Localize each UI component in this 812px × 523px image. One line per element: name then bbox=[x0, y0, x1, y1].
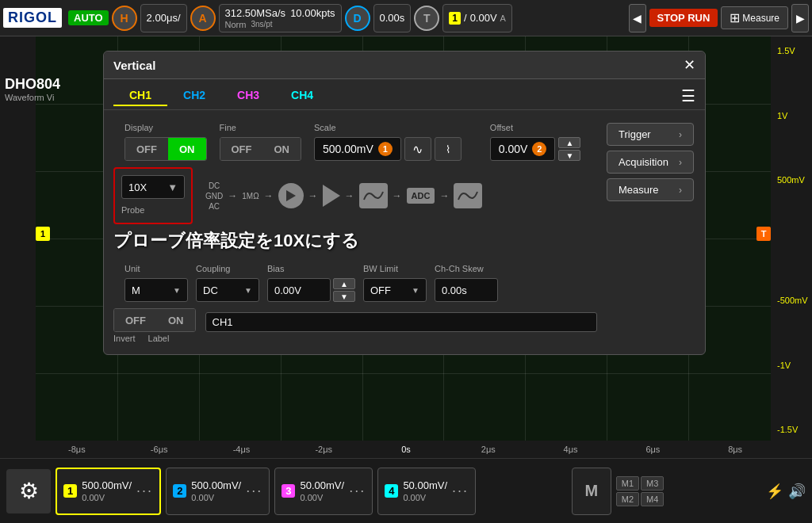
wave1-btn[interactable]: ∿ bbox=[404, 137, 431, 161]
offset-badge: 2 bbox=[532, 142, 546, 156]
rigol-logo: RIGOL bbox=[3, 8, 62, 28]
ch3-offset: 0.00V bbox=[300, 493, 344, 502]
acquire-btn[interactable]: A bbox=[190, 6, 216, 31]
coupling-label: Coupling bbox=[196, 264, 259, 273]
invert-group: OFF ON bbox=[113, 308, 196, 332]
dho-label: DHO804 Waveform Vi bbox=[5, 76, 60, 102]
fine-group: Fine OFF ON bbox=[220, 123, 302, 161]
fine-on-btn[interactable]: ON bbox=[263, 138, 301, 160]
wave2-btn[interactable]: ⌇ bbox=[435, 137, 462, 161]
row4-labels: Invert Label bbox=[113, 332, 597, 345]
display-toggle[interactable]: OFF ON bbox=[124, 137, 207, 161]
coupling-select[interactable]: DC ▼ bbox=[196, 278, 259, 302]
bias-down-btn[interactable]: ▼ bbox=[333, 291, 355, 302]
trigger-segment[interactable]: 1 / 0.00V A bbox=[442, 4, 512, 32]
nav-left-btn[interactable]: ◀ bbox=[629, 4, 646, 32]
tab-ch1[interactable]: CH1 bbox=[113, 86, 167, 106]
horizontal-btn[interactable]: H bbox=[112, 6, 137, 31]
offset-ud-btns: ▲ ▼ bbox=[558, 137, 580, 161]
bias-input[interactable]: 0.00V bbox=[267, 278, 331, 302]
top-bar: RIGOL AUTO H 2.00μs/ A 312.50MSa/s 10.00… bbox=[0, 0, 812, 36]
ch2-bottom-btn[interactable]: 2 500.00mV/ 0.00V ··· bbox=[166, 468, 270, 515]
m3-btn[interactable]: M3 bbox=[641, 476, 664, 491]
measure-top-btn[interactable]: ⊞ Measure bbox=[721, 6, 788, 29]
acquisition-menu-btn[interactable]: Acquisition › bbox=[607, 151, 694, 174]
fine-toggle[interactable]: OFF ON bbox=[220, 137, 302, 161]
bwlimit-select[interactable]: OFF ▼ bbox=[363, 278, 427, 302]
nav-right-btn[interactable]: ▶ bbox=[791, 4, 809, 32]
scale-label: Scale bbox=[314, 123, 462, 132]
unit-select[interactable]: M ▼ bbox=[124, 278, 188, 302]
right-menu-btns: Trigger › Acquisition › Measure › bbox=[607, 116, 705, 345]
tab-ch3[interactable]: CH3 bbox=[221, 86, 275, 106]
time-6: 6μs bbox=[611, 445, 694, 454]
dialog-close-btn[interactable]: ✕ bbox=[684, 56, 695, 74]
mx-grid: M1 M3 M2 M4 bbox=[616, 471, 665, 511]
ch1-marker-left: 1 bbox=[36, 227, 50, 241]
ch-tabs: CH1 CH2 CH3 CH4 ☰ bbox=[104, 79, 705, 110]
ch4-vals: 50.00mV/ 0.00V bbox=[403, 479, 447, 502]
time-minus6: -6μs bbox=[118, 445, 201, 454]
delay-btn[interactable]: D bbox=[345, 6, 370, 31]
invert-bottom-label: Invert bbox=[113, 334, 136, 343]
trigger-ch: 1 bbox=[449, 12, 461, 25]
trigger-btn-top[interactable]: T bbox=[414, 6, 439, 31]
gear-btn[interactable]: ⚙ bbox=[6, 469, 51, 513]
model-sub: Waveform Vi bbox=[5, 93, 60, 102]
math-m-btn[interactable]: M bbox=[572, 468, 611, 515]
ch3-scale: 50.00mV/ bbox=[300, 479, 344, 491]
ch4-scale: 50.00mV/ bbox=[403, 479, 447, 491]
dialog-header: Vertical ✕ bbox=[104, 52, 705, 79]
skew-input[interactable]: 0.00s bbox=[435, 278, 498, 302]
scale-value-box[interactable]: 500.00mV 1 bbox=[314, 137, 401, 161]
ch4-num: 4 bbox=[385, 484, 398, 498]
ch1-bottom-btn[interactable]: 1 500.00mV/ 0.00V ··· bbox=[56, 468, 161, 515]
offset-value-box[interactable]: 0.00V 2 bbox=[490, 137, 556, 161]
scale-1.5v: 1.5V bbox=[777, 47, 808, 55]
offset-up-btn[interactable]: ▲ bbox=[558, 137, 580, 148]
trigger-ch-label: A bbox=[500, 13, 506, 23]
acquire-segment[interactable]: 312.50MSa/s 10.00kpts Norm 3ns/pt bbox=[219, 4, 342, 32]
ch4-dots: ··· bbox=[452, 483, 469, 499]
display-group: Display OFF ON bbox=[124, 123, 207, 161]
signal-chain: DC GND AC → 1MΩ → → bbox=[201, 181, 597, 211]
speaker-icon[interactable]: 🔊 bbox=[788, 483, 806, 500]
invert-on-btn[interactable]: ON bbox=[157, 309, 195, 331]
probe-select[interactable]: 10X ▼ bbox=[121, 175, 185, 199]
invert-toggle[interactable]: OFF ON bbox=[113, 308, 196, 332]
probe-label: Probe bbox=[121, 205, 185, 215]
tab-ch4[interactable]: CH4 bbox=[275, 86, 329, 106]
ch3-bottom-btn[interactable]: 3 50.00mV/ 0.00V ··· bbox=[274, 468, 373, 515]
bwlimit-label: BW Limit bbox=[363, 264, 427, 273]
usb-icon[interactable]: ⚡ bbox=[766, 483, 783, 500]
amplifier-triangle bbox=[323, 185, 340, 207]
bias-up-btn[interactable]: ▲ bbox=[333, 278, 355, 289]
ch3-num: 3 bbox=[282, 484, 295, 498]
m1-btn[interactable]: M1 bbox=[616, 476, 639, 491]
delay-segment[interactable]: 0.00s bbox=[373, 4, 412, 32]
measure-menu-btn[interactable]: Measure › bbox=[607, 178, 694, 201]
sample-rate: 312.50MSa/s bbox=[225, 7, 286, 19]
timebase-segment[interactable]: 2.00μs/ bbox=[140, 4, 187, 32]
m4-btn[interactable]: M4 bbox=[641, 492, 664, 506]
trigger-menu-btn[interactable]: Trigger › bbox=[607, 123, 694, 146]
offset-down-btn[interactable]: ▼ bbox=[558, 150, 580, 161]
stop-run-btn[interactable]: STOP RUN bbox=[649, 9, 718, 28]
fine-off-btn[interactable]: OFF bbox=[220, 138, 263, 160]
tab-ch2[interactable]: CH2 bbox=[167, 86, 221, 106]
mem-depth: 10.00kpts bbox=[290, 7, 335, 19]
bottom-bar: ⚙ 1 500.00mV/ 0.00V ··· 2 500.00mV/ 0.00… bbox=[0, 458, 812, 523]
timebase-value: 2.00μs/ bbox=[147, 12, 181, 24]
hamburger-btn[interactable]: ☰ bbox=[681, 86, 695, 106]
auto-badge[interactable]: AUTO bbox=[68, 10, 109, 25]
display-on-btn[interactable]: ON bbox=[168, 138, 206, 160]
label-input[interactable]: CH1 bbox=[205, 312, 598, 332]
ch2-dots: ··· bbox=[246, 483, 262, 499]
ch4-bottom-btn[interactable]: 4 50.00mV/ 0.00V ··· bbox=[377, 468, 476, 515]
bias-group: Bias 0.00V ▲ ▼ bbox=[267, 264, 355, 302]
bias-label: Bias bbox=[267, 264, 355, 273]
m2-btn[interactable]: M2 bbox=[616, 492, 639, 506]
dialog-row4: OFF ON CH1 bbox=[113, 302, 597, 332]
invert-off-btn[interactable]: OFF bbox=[114, 309, 157, 331]
display-off-btn[interactable]: OFF bbox=[125, 138, 168, 160]
